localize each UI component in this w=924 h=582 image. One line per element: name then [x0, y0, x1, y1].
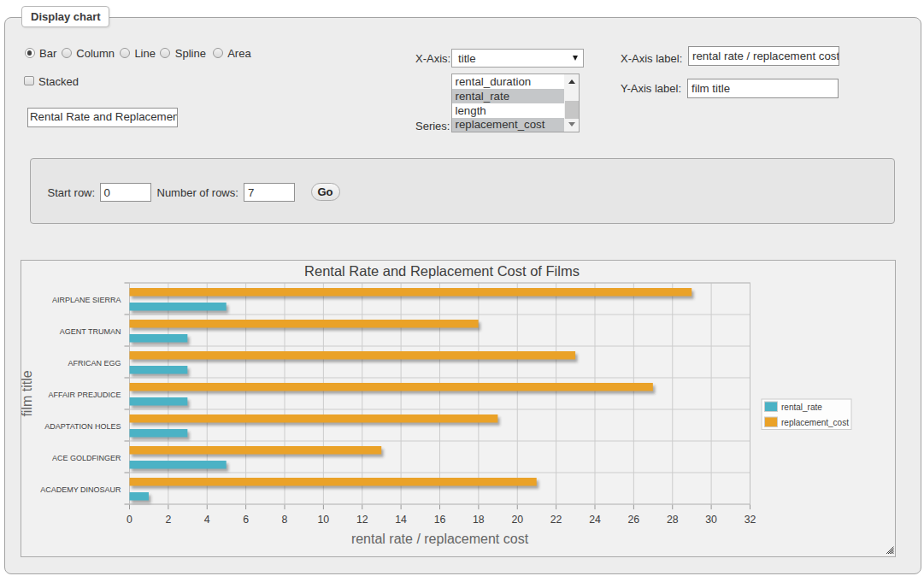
svg-text:12: 12: [356, 514, 368, 526]
svg-text:32: 32: [744, 514, 756, 526]
svg-text:Rental Rate and Replacement Co: Rental Rate and Replacement Cost of Film…: [304, 263, 580, 279]
svg-text:AFFAIR PREJUDICE: AFFAIR PREJUDICE: [48, 391, 121, 399]
svg-text:replacement_cost: replacement_cost: [781, 418, 849, 427]
svg-text:16: 16: [434, 514, 446, 526]
svg-text:22: 22: [550, 514, 562, 526]
svg-text:rental rate / replacement cost: rental rate / replacement cost: [351, 532, 529, 546]
svg-text:18: 18: [473, 514, 485, 526]
svg-text:24: 24: [589, 514, 601, 526]
svg-text:20: 20: [511, 514, 523, 526]
svg-text:30: 30: [705, 514, 717, 526]
svg-text:10: 10: [318, 514, 330, 526]
svg-text:4: 4: [204, 514, 210, 526]
svg-text:6: 6: [243, 514, 249, 526]
svg-text:film title: film title: [21, 370, 34, 416]
svg-text:ACADEMY DINOSAUR: ACADEMY DINOSAUR: [40, 485, 121, 494]
svg-text:rental_rate: rental_rate: [781, 403, 822, 412]
svg-text:26: 26: [628, 514, 640, 526]
svg-text:AFRICAN EGG: AFRICAN EGG: [68, 359, 121, 367]
svg-text:2: 2: [165, 514, 171, 526]
svg-text:AIRPLANE SIERRA: AIRPLANE SIERRA: [52, 296, 121, 304]
svg-text:14: 14: [395, 514, 407, 526]
svg-text:ADAPTATION HOLES: ADAPTATION HOLES: [44, 422, 121, 431]
svg-text:AGENT TRUMAN: AGENT TRUMAN: [60, 327, 121, 336]
svg-text:0: 0: [127, 514, 132, 526]
svg-text:28: 28: [667, 514, 679, 526]
svg-text:8: 8: [282, 514, 288, 526]
svg-text:ACE GOLDFINGER: ACE GOLDFINGER: [52, 454, 121, 462]
